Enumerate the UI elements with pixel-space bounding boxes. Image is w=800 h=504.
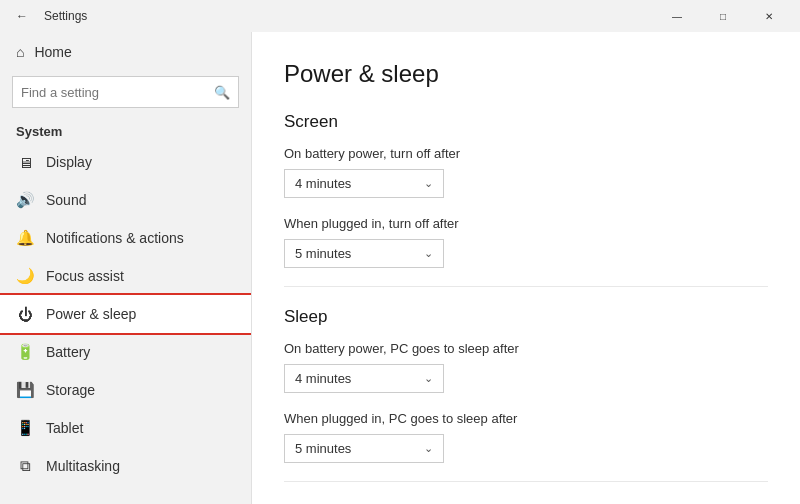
search-box[interactable]: 🔍 (12, 76, 239, 108)
sleep-plugged-dropdown[interactable]: 5 minutes ⌄ (284, 434, 444, 463)
app-title: Settings (44, 9, 87, 23)
sidebar-item-notifications[interactable]: 🔔 Notifications & actions (0, 219, 251, 257)
back-button[interactable]: ← (8, 2, 36, 30)
sidebar-item-tablet[interactable]: 📱 Tablet (0, 409, 251, 447)
battery-icon: 🔋 (16, 343, 34, 361)
close-button[interactable]: ✕ (746, 0, 792, 32)
sidebar-multitasking-label: Multitasking (46, 458, 120, 474)
sidebar-item-home[interactable]: ⌂ Home (0, 32, 251, 72)
sound-icon: 🔊 (16, 191, 34, 209)
sidebar-item-sound[interactable]: 🔊 Sound (0, 181, 251, 219)
sidebar-display-label: Display (46, 154, 92, 170)
section-divider-1 (284, 286, 768, 287)
sidebar-item-power[interactable]: ⏻ Power & sleep (0, 295, 251, 333)
maximize-button[interactable]: □ (700, 0, 746, 32)
sidebar-item-focus[interactable]: 🌙 Focus assist (0, 257, 251, 295)
screen-battery-label: On battery power, turn off after (284, 146, 768, 161)
home-label: Home (34, 44, 71, 60)
sleep-plugged-value: 5 minutes (295, 441, 351, 456)
search-input[interactable] (21, 85, 214, 100)
main-content: Power & sleep Screen On battery power, t… (252, 32, 800, 504)
tablet-icon: 📱 (16, 419, 34, 437)
sidebar-tablet-label: Tablet (46, 420, 83, 436)
screen-plugged-label: When plugged in, turn off after (284, 216, 768, 231)
sidebar-item-storage[interactable]: 💾 Storage (0, 371, 251, 409)
screen-battery-value: 4 minutes (295, 176, 351, 191)
sleep-battery-arrow: ⌄ (424, 372, 433, 385)
system-section-label: System (0, 118, 251, 143)
screen-plugged-value: 5 minutes (295, 246, 351, 261)
search-icon[interactable]: 🔍 (214, 85, 230, 100)
title-bar: ← Settings — □ ✕ (0, 0, 800, 32)
sidebar-sound-label: Sound (46, 192, 86, 208)
window-controls: — □ ✕ (654, 0, 792, 32)
sleep-section-title: Sleep (284, 307, 768, 327)
sidebar-battery-label: Battery (46, 344, 90, 360)
app-body: ⌂ Home 🔍 System 🖥 Display 🔊 Sound 🔔 Noti… (0, 32, 800, 504)
sleep-battery-label: On battery power, PC goes to sleep after (284, 341, 768, 356)
sidebar-item-multitasking[interactable]: ⧉ Multitasking (0, 447, 251, 485)
sidebar-item-battery[interactable]: 🔋 Battery (0, 333, 251, 371)
title-bar-left: ← Settings (8, 2, 87, 30)
multitasking-icon: ⧉ (16, 457, 34, 475)
sidebar-notifications-label: Notifications & actions (46, 230, 184, 246)
sleep-battery-dropdown[interactable]: 4 minutes ⌄ (284, 364, 444, 393)
notifications-icon: 🔔 (16, 229, 34, 247)
home-icon: ⌂ (16, 44, 24, 60)
screen-battery-arrow: ⌄ (424, 177, 433, 190)
section-divider-2 (284, 481, 768, 482)
sidebar-power-label: Power & sleep (46, 306, 136, 322)
page-title: Power & sleep (284, 60, 768, 88)
sidebar: ⌂ Home 🔍 System 🖥 Display 🔊 Sound 🔔 Noti… (0, 32, 252, 504)
display-icon: 🖥 (16, 153, 34, 171)
sidebar-item-display[interactable]: 🖥 Display (0, 143, 251, 181)
screen-section-title: Screen (284, 112, 768, 132)
minimize-button[interactable]: — (654, 0, 700, 32)
sleep-plugged-arrow: ⌄ (424, 442, 433, 455)
storage-icon: 💾 (16, 381, 34, 399)
sidebar-focus-label: Focus assist (46, 268, 124, 284)
focus-icon: 🌙 (16, 267, 34, 285)
screen-plugged-arrow: ⌄ (424, 247, 433, 260)
sleep-battery-value: 4 minutes (295, 371, 351, 386)
sidebar-storage-label: Storage (46, 382, 95, 398)
screen-battery-dropdown[interactable]: 4 minutes ⌄ (284, 169, 444, 198)
screen-plugged-dropdown[interactable]: 5 minutes ⌄ (284, 239, 444, 268)
power-icon: ⏻ (16, 305, 34, 323)
sleep-plugged-label: When plugged in, PC goes to sleep after (284, 411, 768, 426)
